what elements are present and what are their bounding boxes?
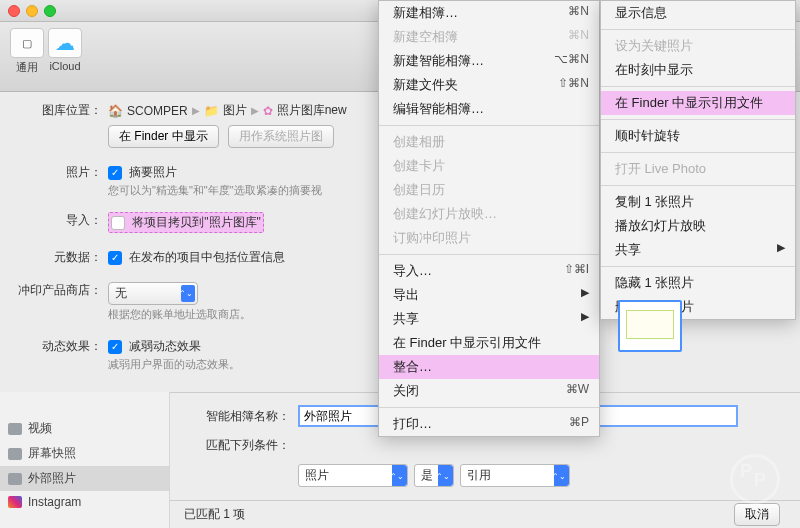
menu-item[interactable]: 在 Finder 中显示引用文件 [379,331,599,355]
condition-op-value: 是 [421,468,433,482]
menu-item[interactable]: 共享▶ [379,307,599,331]
menu-item[interactable]: 导出▶ [379,283,599,307]
menu-item: 设为关键照片 [601,34,795,58]
tab-icloud[interactable]: ☁ iCloud [48,28,82,72]
close-window-button[interactable] [8,5,20,17]
menu-item[interactable]: 复制 1 张照片 [601,190,795,214]
show-in-finder-button[interactable]: 在 Finder 中显示 [108,125,219,148]
folder-icon: 📁 [204,104,219,118]
submenu-arrow-icon: ▶ [777,241,785,254]
watermark: PP PP助手 [724,452,794,522]
sidebar-item-instagram[interactable]: Instagram [0,491,169,513]
menu-shortcut: ⌘N [568,28,589,42]
instagram-icon [8,496,22,508]
screenshot-icon [8,448,22,460]
menu-shortcut: ⌘N [568,4,589,18]
menu-item[interactable]: 在 Finder 中显示引用文件 [601,91,795,115]
menu-shortcut: ⌥⌘N [554,52,589,66]
breadcrumb-item: SCOMPER [127,104,188,118]
menu-item[interactable]: 关闭⌘W [379,379,599,403]
location-checkbox[interactable]: ✓ [108,251,122,265]
menu-item[interactable]: 共享▶ [601,238,795,262]
tab-general-label: 通用 [10,60,44,75]
menu-item: 创建相册 [379,130,599,154]
location-checkbox-label: 在发布的项目中包括位置信息 [129,250,285,264]
menu-item[interactable]: 新建文件夹⇧⌘N [379,73,599,97]
menu-separator [601,266,795,267]
file-context-menu[interactable]: 新建相簿…⌘N新建空相簿⌘N新建智能相簿…⌥⌘N新建文件夹⇧⌘N编辑智能相簿…创… [378,0,600,437]
matched-count: 已匹配 1 项 [184,506,245,523]
menu-item[interactable]: 播放幻灯片放映 [601,214,795,238]
menu-separator [379,407,599,408]
gear-icon [8,473,22,485]
menu-item[interactable]: 新建相簿…⌘N [379,1,599,25]
minimize-window-button[interactable] [26,5,38,17]
menu-item[interactable]: 顺时针旋转 [601,124,795,148]
summary-checkbox-label: 摘要照片 [129,165,177,179]
watermark-brand: PP助手 [724,508,794,522]
menu-item[interactable]: 整合… [379,355,599,379]
smart-name-label: 智能相簿名称： [188,408,298,425]
chevron-right-icon: ▶ [251,105,259,116]
menu-item: 创建幻灯片放映… [379,202,599,226]
condition-field-value: 照片 [305,468,329,482]
photos-library-icon: ✿ [263,104,273,118]
menu-item: 创建日历 [379,178,599,202]
menu-separator [379,254,599,255]
home-icon: 🏠 [108,104,123,118]
menu-item[interactable]: 打印…⌘P [379,412,599,436]
menu-separator [601,152,795,153]
cloud-icon: ☁ [48,28,82,58]
tab-icloud-label: iCloud [48,60,82,72]
chevron-right-icon: ▶ [192,105,200,116]
condition-op-select[interactable]: 是⌃⌄ [414,464,454,487]
menu-item[interactable]: 显示信息 [601,1,795,25]
menu-item: 打开 Live Photo [601,157,795,181]
album-sidebar: 视频 屏幕快照 外部照片 Instagram [0,392,170,528]
menu-shortcut: ⌘W [566,382,589,396]
selected-photo-thumbnail[interactable] [618,300,682,352]
zoom-window-button[interactable] [44,5,56,17]
condition-field-select[interactable]: 照片⌃⌄ [298,464,408,487]
smart-panel-footer: 已匹配 1 项 取消 [170,500,800,528]
menu-item[interactable]: 在时刻中显示 [601,58,795,82]
sidebar-item-video[interactable]: 视频 [0,416,169,441]
menu-item[interactable]: 导入…⇧⌘I [379,259,599,283]
menu-separator [379,125,599,126]
sidebar-item-label: 外部照片 [28,470,76,487]
condition-value-value: 引用 [467,468,491,482]
menu-separator [601,86,795,87]
device-icon: ▢ [10,28,44,58]
menu-item[interactable]: 编辑智能相簿… [379,97,599,121]
menu-separator [601,119,795,120]
reduce-motion-label: 减弱动态效果 [129,339,201,353]
tab-general[interactable]: ▢ 通用 [10,28,44,75]
menu-item[interactable]: 隐藏 1 张照片 [601,271,795,295]
summary-checkbox[interactable]: ✓ [108,166,122,180]
menu-item[interactable]: 新建智能相簿…⌥⌘N [379,49,599,73]
menu-item: 订购冲印照片 [379,226,599,250]
menu-shortcut: ⇧⌘N [558,76,589,90]
breadcrumb-item: 照片图库new [277,102,347,119]
menu-shortcut: ⇧⌘I [564,262,589,276]
menu-separator [601,185,795,186]
sidebar-item-label: 屏幕快照 [28,445,76,462]
photos-label: 照片： [0,164,108,181]
print-store-select[interactable]: 无 [108,282,198,305]
menu-item: 新建空相簿⌘N [379,25,599,49]
motion-label: 动态效果： [0,338,108,355]
reduce-motion-checkbox[interactable]: ✓ [108,340,122,354]
sidebar-item-external[interactable]: 外部照片 [0,466,169,491]
photo-context-menu[interactable]: 显示信息设为关键照片在时刻中显示在 Finder 中显示引用文件顺时针旋转打开 … [600,0,796,320]
video-icon [8,423,22,435]
submenu-arrow-icon: ▶ [581,310,589,323]
condition-value-select[interactable]: 引用⌃⌄ [460,464,570,487]
sidebar-item-label: 视频 [28,420,52,437]
sidebar-item-screenshots[interactable]: 屏幕快照 [0,441,169,466]
copy-to-library-label: 将项目拷贝到"照片图库" [132,215,261,229]
submenu-arrow-icon: ▶ [581,286,589,299]
metadata-label: 元数据： [0,249,108,266]
use-system-library-button[interactable]: 用作系统照片图 [228,125,334,148]
library-location-label: 图库位置： [0,102,108,119]
copy-to-library-checkbox[interactable] [111,216,125,230]
